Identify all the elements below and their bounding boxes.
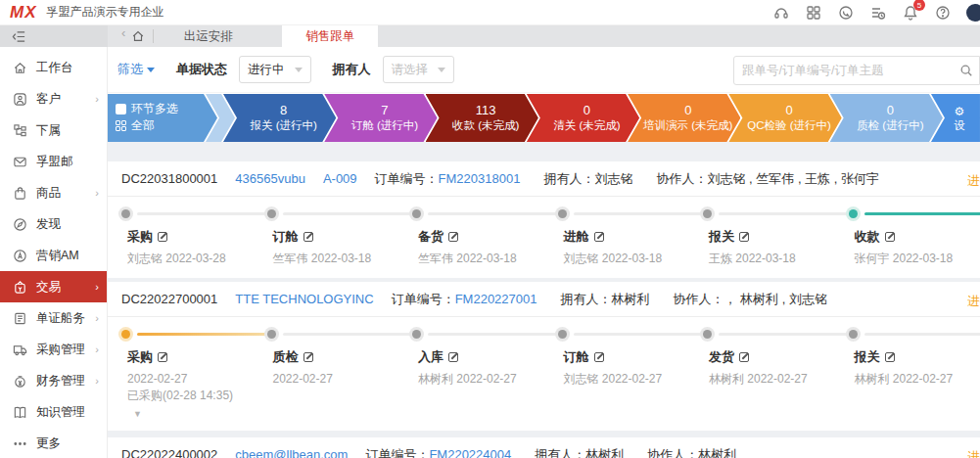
avatar[interactable] [966,4,980,22]
checkbox[interactable] [116,104,126,114]
status-select[interactable]: 进行中 [239,56,311,83]
sidebar-item-fumeng-mail[interactable]: 孚盟邮 [0,146,107,177]
customer-code-link[interactable]: A-009 [323,171,357,186]
sidebar-item-more[interactable]: 更多 [0,428,107,458]
sidebar-item-label: 财务管理 [36,373,85,389]
edit-icon[interactable] [739,352,749,362]
step-meta: 张何宇 2022-03-18 [855,251,975,266]
expand-toggle-icon[interactable]: ▼ [133,409,248,419]
tab-shipping-arrangement[interactable]: 出运安排 [162,25,255,47]
coin-icon [13,374,27,389]
sidebar-item-marketing-am[interactable]: 营销AM [0,240,107,271]
owner-value: 林树利 [612,291,650,308]
sidebar-collapse-button[interactable] [0,25,108,47]
help-icon[interactable] [934,4,951,21]
step-line [864,212,980,215]
bell-icon[interactable]: 5 [902,4,918,21]
customer-link[interactable]: 436565vubu [235,171,305,186]
sidebar-item-knowledge-management[interactable]: 知识管理 [0,396,107,428]
stage-count: 113 [476,103,496,118]
collaborators-label: 协作人： [656,170,707,188]
sidebar-item-customers[interactable]: 客户 › [0,83,107,114]
edit-icon[interactable] [448,352,458,362]
step-dot [703,330,712,339]
status-badge: 进行中 [967,293,980,310]
sidebar-item-label: 更多 [36,435,61,452]
sidebar-item-workbench[interactable]: 工作台 [0,52,107,83]
search-icon[interactable] [954,64,979,77]
wechat-icon[interactable] [837,4,854,21]
multi-select-label: 环节多选 [131,101,178,117]
status-badge: 进行中 [967,448,980,458]
ellipsis-icon [13,436,27,451]
step-meta: 竺军伟 2022-03-18 [418,251,538,266]
step-customs: 报关 林树利 2022-02-27 [835,323,980,419]
stage-quality-check[interactable]: 0 质检 (进行中) [830,94,943,142]
stage-customs-declaration[interactable]: 8 报关 (进行中) [223,94,336,142]
edit-icon[interactable] [303,232,313,242]
edit-icon[interactable] [885,352,895,362]
step-warehousing: 入库 林树利 2022-02-27 [398,323,544,419]
stage-training-demo[interactable]: 0 培训演示 (未完成) [628,94,740,142]
step-line [137,333,269,336]
sidebar-item-label: 商品 [36,185,61,202]
edit-icon[interactable] [594,232,604,242]
sidebar-item-label: 孚盟邮 [36,154,73,170]
filter-row: 筛选 单据状态 进行中 拥有人 请选择 [108,47,980,93]
sidebar-item-finance-management[interactable]: 财务管理 › [0,365,107,396]
sidebar-item-products[interactable]: 商品 › [0,177,107,208]
filter-toggle[interactable]: 筛选 [117,61,155,78]
edit-icon[interactable] [303,352,313,362]
order-no-link[interactable]: FM220318001 [439,171,521,186]
chevron-right-icon: › [95,93,99,105]
stage-customs-clearance[interactable]: 0 清关 (未完成) [527,94,639,142]
stage-label: QC检验 (进行中) [747,118,831,133]
sidebar-item-label: 采购管理 [36,342,85,358]
headset-icon[interactable] [772,4,789,21]
back-icon[interactable]: ‹ [121,25,125,47]
stage-payment-collection[interactable]: 113 收款 (未完成) [426,94,538,142]
order-no-link[interactable]: FM220224004 [429,447,511,458]
sidebar-item-trade[interactable]: 交易 › [0,271,107,302]
edit-icon[interactable] [885,232,895,242]
stage-qc-inspection[interactable]: 0 QC检验 (进行中) [728,94,841,142]
divider [153,29,154,43]
owner-select[interactable]: 请选择 [383,56,455,83]
step-purchase: 采购 2022-02-27 已采购(02-28 14:35) ▼ [108,323,254,419]
step-meta: 王炼 2022-03-18 [709,251,829,266]
org-chart-icon [13,123,27,138]
customer-link[interactable]: TTE TECHNOLOGYINC [235,292,373,306]
step-shipping: 发货 林树利 2022-02-27 [689,323,835,419]
stage-multi-select[interactable]: 环节多选 全部 [108,94,217,142]
edit-icon[interactable] [158,232,167,242]
tab-sales-follow-up[interactable]: 销售跟单 [282,25,378,47]
step-meta: 林树利 2022-02-27 [418,371,538,387]
chevron-right-icon: › [95,312,99,324]
chevron-right-icon: › [95,344,99,355]
task-list-icon[interactable] [869,4,886,21]
edit-icon[interactable] [594,352,604,362]
sidebar-item-subordinates[interactable]: 下属 [0,114,107,146]
order-card: DC22022400002 cbeem@llbean.com 订单编号： FM2… [108,437,980,458]
step-line [283,333,415,336]
owner-label: 拥有人： [535,446,585,458]
home-icon [13,61,27,75]
step-meta: 林树利 2022-02-27 [709,371,829,387]
search-input[interactable] [734,64,954,77]
edit-icon[interactable] [158,352,167,362]
order-no-link[interactable]: FM220227001 [455,292,537,306]
stage-count: 0 [684,103,691,118]
stage-booking[interactable]: 7 订舱 (进行中) [324,94,437,142]
step-line [574,333,706,336]
edit-icon[interactable] [739,232,749,242]
sidebar-item-discover[interactable]: 发现 [0,208,107,240]
sidebar-item-documents-shipping[interactable]: 单证船务 › [0,302,107,334]
customer-link[interactable]: cbeem@llbean.com [235,447,348,458]
apps-grid-icon[interactable] [805,4,821,21]
sidebar-item-purchase-management[interactable]: 采购管理 › [0,334,107,365]
step-booking: 订舱 刘志铭 2022-02-27 [544,323,690,419]
company-name: 孚盟产品演示专用企业 [47,4,164,21]
order-card: DC22031800001 436565vubu A-009 订单编号： FM2… [108,161,980,278]
home-icon[interactable] [131,25,145,47]
edit-icon[interactable] [448,232,458,242]
